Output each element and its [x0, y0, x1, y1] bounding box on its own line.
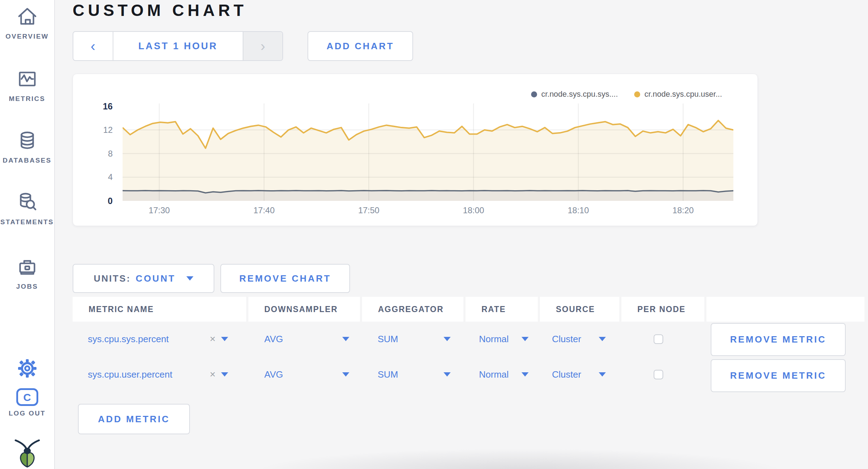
- time-window-selector: ‹ LAST 1 HOUR ›: [73, 31, 283, 61]
- chevron-down-icon: [522, 372, 529, 377]
- rate-dropdown[interactable]: Normal: [479, 327, 529, 351]
- chevron-down-icon: [522, 337, 529, 341]
- remove-metric-button[interactable]: REMOVE METRIC: [711, 323, 846, 356]
- downsampler-value: AVG: [264, 369, 283, 380]
- x-tick-label: 17:50: [358, 205, 379, 215]
- legend-label: cr.node.sys.cpu.sys....: [541, 90, 618, 99]
- page-title: CUSTOM CHART: [73, 1, 247, 20]
- col-header-aggregator: AGGREGATOR: [362, 297, 463, 322]
- source-value: Cluster: [552, 369, 581, 380]
- x-tick-label: 17:30: [148, 205, 170, 215]
- per-node-checkbox[interactable]: [654, 334, 663, 344]
- col-header-per-node: PER NODE: [621, 297, 704, 322]
- clear-icon[interactable]: ×: [210, 369, 215, 380]
- sidebar-settings[interactable]: [0, 358, 54, 380]
- y-tick-label: 8: [81, 149, 113, 159]
- per-node-cell: [654, 327, 663, 351]
- downsampler-dropdown[interactable]: AVG: [264, 327, 349, 351]
- source-dropdown[interactable]: Cluster: [552, 327, 606, 351]
- jobs-icon: [16, 256, 38, 278]
- metric-clear-control: ×: [210, 327, 228, 351]
- downsampler-dropdown[interactable]: AVG: [264, 362, 349, 387]
- sidebar-item-label: METRICS: [0, 95, 54, 103]
- units-label: UNITS:: [94, 273, 131, 284]
- sidebar-item-label: OVERVIEW: [0, 33, 54, 40]
- chart-legend: cr.node.sys.cpu.sys.... cr.node.sys.cpu.…: [496, 89, 722, 100]
- y-tick-label: 0: [81, 196, 113, 206]
- legend-dot-user: [634, 91, 640, 97]
- sidebar-item-jobs[interactable]: JOBS: [0, 256, 54, 290]
- metric-name-dropdown[interactable]: sys.cpu.user.percent: [88, 362, 172, 387]
- col-header-actions: [706, 297, 864, 322]
- time-prev-button[interactable]: ‹: [73, 32, 113, 60]
- sidebar-logout[interactable]: C LOG OUT: [0, 388, 54, 417]
- metrics-icon: [16, 68, 38, 90]
- aggregator-value: SUM: [378, 369, 398, 380]
- sidebar-item-metrics[interactable]: METRICS: [0, 68, 54, 103]
- col-header-downsampler: DOWNSAMPLER: [248, 297, 360, 322]
- legend-item: cr.node.sys.cpu.sys....: [531, 90, 618, 99]
- units-value: COUNT: [136, 273, 175, 284]
- cockroach-logo: [13, 439, 41, 468]
- sidebar-item-label: JOBS: [0, 283, 54, 290]
- metric-name-dropdown[interactable]: sys.cpu.sys.percent: [88, 327, 169, 351]
- chevron-down-icon: [444, 337, 451, 341]
- y-axis-labels: 1612840: [81, 103, 117, 204]
- rate-value: Normal: [479, 334, 509, 345]
- sidebar-item-label: DATABASES: [0, 157, 54, 164]
- sidebar-item-label: STATEMENTS: [0, 218, 54, 226]
- chevron-down-icon: [599, 337, 606, 341]
- chevron-down-icon: [186, 276, 193, 281]
- legend-item: cr.node.sys.cpu.user...: [634, 90, 722, 99]
- sidebar: OVERVIEW METRICS DATABASES STATEMENTS: [0, 0, 55, 469]
- chevron-down-icon[interactable]: [221, 337, 228, 341]
- timeseries-plot: [123, 103, 733, 202]
- time-range-dropdown[interactable]: LAST 1 HOUR: [113, 32, 243, 60]
- chevron-down-icon[interactable]: [221, 372, 228, 377]
- next-card-shadow: [198, 448, 868, 469]
- x-tick-label: 18:20: [672, 205, 694, 215]
- units-dropdown[interactable]: UNITS: COUNT: [73, 264, 214, 293]
- aggregator-value: SUM: [378, 334, 398, 345]
- gear-icon: [17, 358, 37, 378]
- cockroach-c-icon: C: [16, 388, 38, 406]
- clear-icon[interactable]: ×: [210, 333, 215, 345]
- sidebar-item-databases[interactable]: DATABASES: [0, 130, 54, 164]
- aggregator-dropdown[interactable]: SUM: [378, 362, 451, 387]
- col-header-rate: RATE: [466, 297, 538, 322]
- database-icon: [16, 130, 38, 152]
- y-tick-label: 12: [81, 125, 113, 135]
- chevron-down-icon: [342, 337, 349, 341]
- remove-metric-button[interactable]: REMOVE METRIC: [711, 359, 846, 392]
- metric-clear-control: ×: [210, 362, 228, 387]
- legend-dot-sys: [531, 91, 537, 97]
- downsampler-value: AVG: [264, 334, 283, 345]
- sidebar-item-overview[interactable]: OVERVIEW: [0, 6, 54, 40]
- logout-label: LOG OUT: [0, 409, 54, 417]
- source-value: Cluster: [552, 334, 581, 345]
- add-metric-button[interactable]: ADD METRIC: [78, 404, 190, 434]
- time-next-button[interactable]: ›: [243, 32, 282, 60]
- sidebar-logo: [0, 439, 54, 469]
- x-tick-label: 18:00: [463, 205, 484, 215]
- add-chart-button[interactable]: ADD CHART: [308, 31, 413, 61]
- col-header-source: SOURCE: [540, 297, 619, 322]
- per-node-checkbox[interactable]: [654, 370, 663, 379]
- sidebar-item-statements[interactable]: STATEMENTS: [0, 191, 54, 226]
- x-tick-label: 17:40: [253, 205, 275, 215]
- y-tick-label: 16: [81, 101, 113, 112]
- legend-label: cr.node.sys.cpu.user...: [644, 90, 722, 99]
- chevron-down-icon: [342, 372, 349, 377]
- remove-chart-button[interactable]: REMOVE CHART: [220, 264, 350, 293]
- source-dropdown[interactable]: Cluster: [552, 362, 606, 387]
- rate-dropdown[interactable]: Normal: [479, 362, 529, 387]
- chevron-down-icon: [599, 372, 606, 377]
- y-tick-label: 4: [81, 172, 113, 182]
- chevron-down-icon: [444, 372, 451, 377]
- x-axis-labels: 17:3017:4017:5018:0018:1018:20: [123, 205, 733, 217]
- rate-value: Normal: [479, 369, 509, 380]
- aggregator-dropdown[interactable]: SUM: [378, 327, 451, 351]
- per-node-cell: [654, 362, 663, 387]
- statements-icon: [16, 191, 38, 213]
- col-header-metric-name: METRIC NAME: [73, 297, 246, 322]
